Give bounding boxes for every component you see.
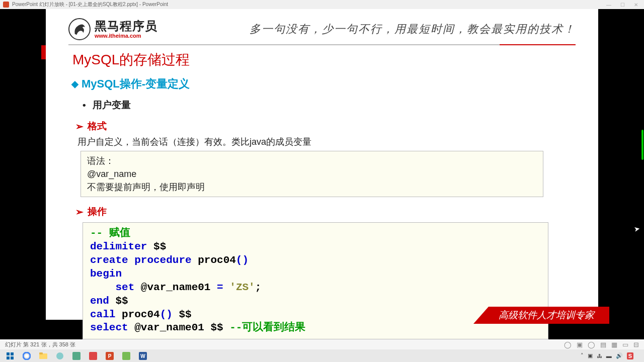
logo-icon	[68, 18, 91, 40]
sb-circle2-icon[interactable]: ◯	[588, 341, 595, 348]
syntax-box: 语法： @var_name 不需要提前声明，使用即声明	[80, 151, 543, 197]
red-accent-tab	[41, 45, 46, 59]
format-desc: 用户自定义，当前会话（连接）有效。类比java的成员变量	[77, 136, 576, 148]
sb-circle-icon[interactable]: ◯	[564, 341, 572, 348]
slogan: 多一句没有，少一句不行，用最短时间，教会最实用的技术！	[250, 22, 576, 37]
svg-rect-13	[122, 352, 130, 360]
slide: 黑马程序员 www.itheima.com 多一句没有，少一句不行，用最短时间，…	[46, 9, 598, 320]
tray-battery-icon[interactable]: ▬	[606, 353, 612, 359]
svg-rect-0	[7, 352, 10, 355]
view-slideshow-icon[interactable]: ⊟	[633, 341, 639, 348]
side-indicator	[641, 130, 643, 160]
tray-app-icon[interactable]: ▣	[588, 352, 593, 359]
svg-text:P: P	[108, 353, 112, 359]
slide-header: 黑马程序员 www.itheima.com 多一句没有，少一句不行，用最短时间，…	[68, 18, 576, 42]
slide-footer: 高级软件人才培训专家	[473, 307, 609, 324]
tb-word-icon[interactable]: W	[135, 350, 150, 361]
slide-counter: 幻灯片 第 321 张，共 358 张	[5, 341, 75, 348]
sb-square-icon[interactable]: ▣	[577, 341, 583, 348]
tb-app1-icon[interactable]	[69, 350, 84, 361]
tray-ime-icon[interactable]: S	[627, 352, 633, 359]
tray-network-icon[interactable]: 🖧	[597, 353, 602, 359]
slideshow-area[interactable]: 黑马程序员 www.itheima.com 多一句没有，少一句不行，用最短时间，…	[0, 9, 644, 339]
close-button[interactable]: ✕	[634, 2, 638, 8]
svg-rect-3	[11, 356, 14, 359]
window-title: PowerPoint 幻灯片放映 - [01-史上最全的SQL教程2.pptx]…	[12, 1, 168, 8]
logo: 黑马程序员 www.itheima.com	[68, 18, 157, 40]
logo-url: www.itheima.com	[95, 33, 157, 39]
tb-explorer-icon[interactable]	[36, 350, 51, 361]
tb-powerpoint-icon[interactable]: P	[102, 350, 117, 361]
svg-rect-1	[11, 352, 14, 355]
status-bar: 幻灯片 第 321 张，共 358 张 ◯ ▣ ◯ ▤ ▦ ▭ ⊟	[0, 339, 644, 349]
svg-point-5	[25, 354, 28, 357]
view-reading-icon[interactable]: ▭	[622, 341, 628, 348]
minimize-button[interactable]: —	[606, 2, 611, 8]
svg-text:W: W	[140, 353, 145, 359]
header-divider	[68, 44, 576, 45]
view-normal-icon[interactable]: ▤	[600, 341, 606, 348]
tb-app2-icon[interactable]	[86, 350, 101, 361]
system-tray[interactable]: ˄ ▣ 🖧 ▬ 🔊 S	[581, 352, 641, 359]
slide-title: MySQL的存储过程	[72, 50, 576, 69]
svg-point-8	[56, 352, 63, 359]
tb-app3-icon[interactable]	[119, 350, 134, 361]
taskbar: P W ˄ ▣ 🖧 ▬ 🔊 S	[0, 349, 644, 362]
logo-text-cn: 黑马程序员	[95, 20, 157, 33]
tb-browser-icon[interactable]	[52, 350, 67, 361]
start-button[interactable]	[3, 350, 18, 361]
svg-rect-9	[72, 352, 80, 360]
tb-chrome-icon[interactable]	[19, 350, 34, 361]
maximize-button[interactable]: ☐	[620, 2, 625, 8]
svg-rect-10	[89, 352, 97, 360]
view-sorter-icon[interactable]: ▦	[611, 341, 617, 348]
tray-chevron-icon[interactable]: ˄	[581, 352, 584, 359]
slide-subtitle: MySQL操作-变量定义	[71, 76, 576, 92]
svg-rect-2	[7, 356, 10, 359]
section-format: 格式	[75, 120, 576, 133]
tray-volume-icon[interactable]: 🔊	[616, 352, 623, 359]
window-titlebar: PowerPoint 幻灯片放映 - [01-史上最全的SQL教程2.pptx]…	[0, 0, 644, 9]
powerpoint-icon	[3, 2, 9, 8]
bullet-user-var: 用户变量	[83, 99, 576, 112]
svg-rect-7	[39, 352, 43, 354]
section-operation: 操作	[75, 205, 576, 218]
